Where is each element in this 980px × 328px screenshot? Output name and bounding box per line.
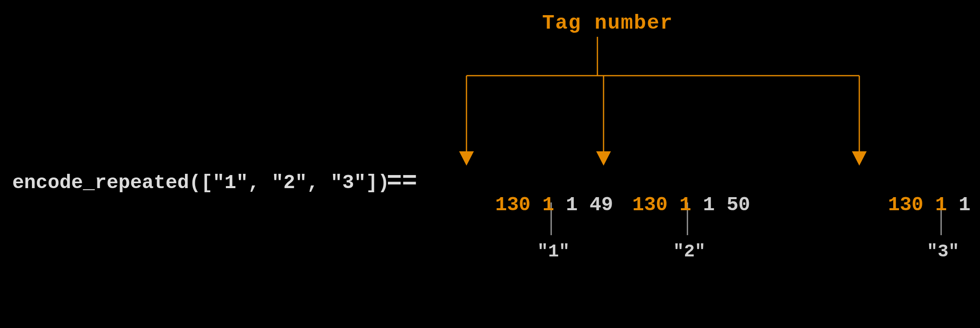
value-byte: 50 (727, 194, 750, 216)
len-byte: 1 (679, 194, 691, 216)
len-byte: 1 (542, 194, 554, 216)
svg-marker-5 (459, 151, 474, 166)
vlen-byte: 1 (959, 194, 971, 216)
len-byte: 1 (935, 194, 947, 216)
svg-marker-6 (596, 151, 611, 166)
encode-call-expression: encode_repeated(["1", "2", "3"]) (12, 172, 390, 194)
svg-marker-7 (852, 151, 867, 166)
connectors-svg (0, 0, 980, 328)
vlen-byte: 1 (566, 194, 578, 216)
tag-byte: 130 (632, 194, 667, 216)
equals-sign: == (387, 167, 417, 196)
value-label-3: "3" (927, 241, 959, 262)
vlen-byte: 1 (703, 194, 715, 216)
tag-byte: 130 (495, 194, 530, 216)
value-label-1: "1" (537, 241, 570, 262)
value-label-2: "2" (673, 241, 705, 262)
tag-byte: 130 (888, 194, 923, 216)
byte-group-2: 130 1 1 50 (585, 172, 750, 238)
byte-group-3: 130 1 1 51 (841, 172, 980, 238)
